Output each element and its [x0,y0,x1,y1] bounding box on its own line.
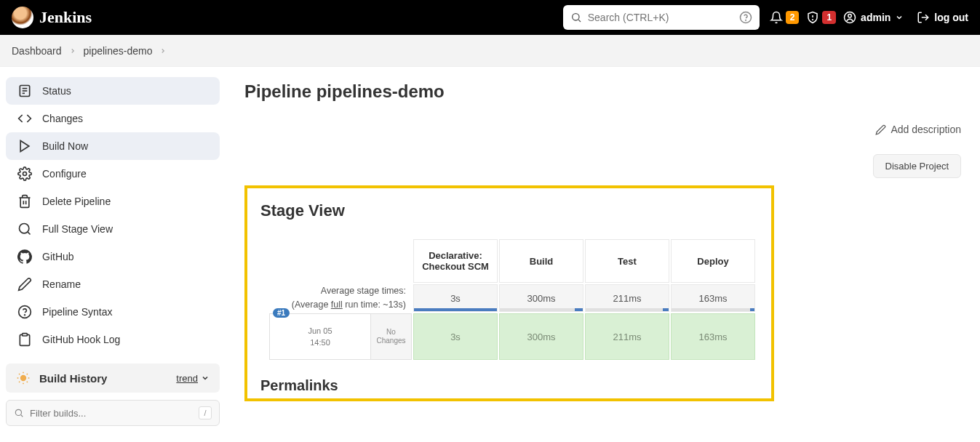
chevron-right-icon [159,47,167,55]
clipboard-icon [17,332,32,347]
sidebar-item-label: Full Stage View [42,223,113,235]
avg-cell: 3s [413,284,498,312]
sidebar-item-changes[interactable]: Changes [6,105,220,132]
build-history-title: Build History [39,372,107,385]
build-history-header: Build History trend [6,363,220,393]
avg-cell: 300ms [499,284,583,312]
svg-line-30 [27,374,28,374]
run-changes: No Changes [370,314,411,359]
alert-badge: 1 [822,11,836,24]
search-icon [14,408,24,418]
play-icon [17,139,32,153]
filter-builds-box[interactable]: / [6,400,220,426]
run-label[interactable]: #1 Jun 05 14:50 No Changes [269,313,412,360]
sidebar-item-delete[interactable]: Delete Pipeline [6,188,220,215]
logout-icon [917,11,930,24]
build-badge: #1 [273,308,290,318]
user-name: admin [861,12,891,23]
search-icon [17,222,32,236]
avg-cell: 163ms [671,284,755,312]
run-cell[interactable]: 3s [413,313,498,360]
code-icon [17,111,32,126]
search-box[interactable] [563,5,760,30]
run-date: Jun 05 [308,326,332,335]
brand-text: Jenkins [39,8,92,27]
user-icon [843,11,856,24]
svg-point-3 [745,20,746,20]
top-header: Jenkins 2 1 admin log out [0,0,980,35]
alerts-button[interactable]: 1 [806,11,836,24]
svg-point-20 [25,315,25,316]
disable-project-button[interactable]: Disable Project [873,154,961,178]
filter-input[interactable] [30,408,199,419]
sun-icon [16,371,31,385]
help-icon[interactable] [739,11,752,24]
stage-header: Test [585,239,669,283]
sidebar-item-github[interactable]: GitHub [6,243,220,270]
sidebar-item-label: GitHub Hook Log [42,334,120,345]
sidebar: Status Changes Build Now Configure Delet… [0,67,226,436]
page-title: Pipeline pipelines-demo [244,81,961,102]
crumb-project[interactable]: pipelines-demo [84,45,153,57]
add-description-button[interactable]: Add description [875,124,961,135]
bell-icon [770,11,783,24]
logout-button[interactable]: log out [917,11,968,24]
notifications-button[interactable]: 2 [770,11,800,24]
breadcrumb: Dashboard pipelines-demo [0,35,980,67]
svg-point-5 [813,20,813,20]
stage-view-table: Declarative: Checkout SCM Build Test Dep… [268,238,757,361]
svg-line-32 [21,415,23,417]
run-cell[interactable]: 211ms [585,313,669,360]
brand-logo[interactable]: Jenkins [12,7,92,28]
chevron-down-icon [895,13,904,22]
svg-marker-13 [20,141,29,152]
svg-point-7 [848,15,852,18]
help-circle-icon [17,305,32,319]
trash-icon [17,194,32,209]
jenkins-icon [12,7,33,28]
avg-cell: 211ms [585,284,669,312]
sidebar-item-full-stage[interactable]: Full Stage View [6,215,220,243]
shield-alert-icon [806,11,819,24]
sidebar-item-label: Changes [42,113,83,124]
svg-point-31 [15,409,21,415]
logout-label: log out [934,12,968,23]
github-icon [17,249,32,264]
avg-label: Average stage times: (Average full run t… [269,284,412,312]
svg-point-0 [572,14,578,20]
chevron-down-icon [201,374,210,382]
crumb-dashboard[interactable]: Dashboard [12,45,62,57]
sidebar-item-hook-log[interactable]: GitHub Hook Log [6,326,220,353]
sidebar-item-label: Status [42,85,71,97]
run-cell[interactable]: 163ms [671,313,755,360]
search-input[interactable] [588,12,739,23]
user-menu[interactable]: admin [843,11,904,24]
sidebar-item-label: GitHub [42,251,74,262]
notif-badge: 2 [786,11,800,24]
trend-link[interactable]: trend [176,373,210,384]
sidebar-item-label: Pipeline Syntax [42,306,113,318]
sidebar-item-status[interactable]: Status [6,77,220,105]
svg-line-18 [28,232,31,235]
sidebar-item-label: Rename [42,278,81,290]
highlighted-section: Stage View Declarative: Checkout SCM Bui… [244,185,774,401]
svg-line-29 [19,382,20,382]
gear-icon [17,166,32,181]
pencil-icon [17,277,32,292]
run-time: 14:50 [310,338,330,347]
run-cell[interactable]: 300ms [499,313,583,360]
svg-point-22 [21,376,26,381]
search-icon [570,12,582,23]
stage-header-empty [269,239,412,283]
sidebar-item-build-now[interactable]: Build Now [6,132,220,160]
permalinks-title: Permalinks [260,377,758,394]
stage-view-title: Stage View [260,201,758,220]
content-area: Pipeline pipelines-demo Add description … [226,67,980,436]
svg-rect-21 [23,334,28,336]
sidebar-item-syntax[interactable]: Pipeline Syntax [6,298,220,326]
chevron-right-icon [69,47,76,55]
pencil-icon [875,124,886,135]
sidebar-item-configure[interactable]: Configure [6,160,220,188]
sidebar-item-rename[interactable]: Rename [6,270,220,298]
stage-header: Build [499,239,583,283]
